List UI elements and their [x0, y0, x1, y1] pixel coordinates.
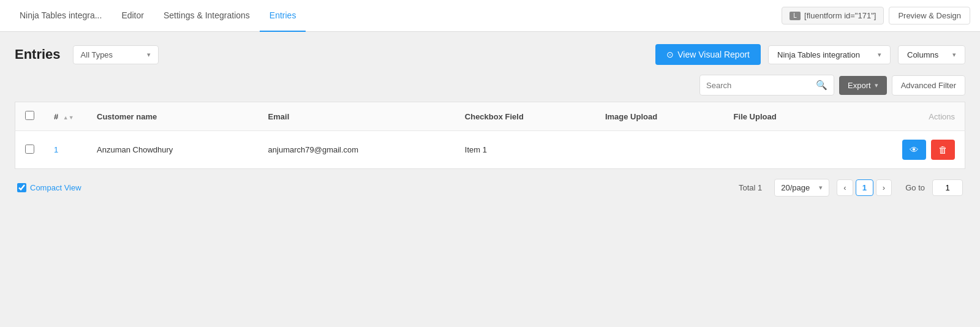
- preview-design-button[interactable]: Preview & Design: [889, 7, 970, 24]
- export-button[interactable]: Export ▾: [839, 76, 887, 95]
- col-file-upload: File Upload: [724, 102, 836, 131]
- compact-view-label[interactable]: Compact View: [17, 183, 81, 192]
- per-page-dropdown[interactable]: 20/page ▾: [774, 179, 829, 197]
- page-body: Entries All Types ▾ ⊙ View Visual Report…: [0, 32, 980, 219]
- trash-icon: 🗑: [938, 145, 948, 155]
- view-entry-button[interactable]: 👁: [902, 140, 926, 160]
- all-types-label: All Types: [81, 50, 113, 59]
- prev-page-button[interactable]: ‹: [837, 179, 853, 196]
- compact-view-text: Compact View: [30, 183, 81, 192]
- row-select-checkbox[interactable]: [25, 145, 34, 154]
- row-email: anjumarch79@gmail.com: [258, 131, 455, 169]
- entries-table: # ▲▼ Customer name Email Checkbox Field …: [15, 102, 965, 169]
- goto-input[interactable]: [932, 179, 963, 196]
- ninja-tables-label: Ninja Tables integration: [777, 50, 860, 59]
- row-actions-cell: 👁 🗑: [835, 131, 965, 169]
- chevron-down-icon: ▾: [819, 184, 823, 192]
- per-page-label: 20/page: [781, 183, 810, 192]
- table-header-row: # ▲▼ Customer name Email Checkbox Field …: [15, 102, 965, 131]
- row-file-upload: [724, 131, 836, 169]
- col-actions: Actions: [835, 102, 965, 131]
- total-count: Total 1: [739, 183, 762, 192]
- col-image-upload: Image Upload: [595, 102, 724, 131]
- table-row: 1 Anzuman Chowdhury anjumarch79@gmail.co…: [15, 131, 965, 169]
- columns-dropdown[interactable]: Columns ▾: [898, 45, 965, 64]
- col-checkbox-field: Checkbox Field: [455, 102, 595, 131]
- chevron-down-icon: ▾: [878, 51, 881, 59]
- row-checkbox-cell[interactable]: [15, 131, 45, 169]
- nav-item-entries[interactable]: Entries: [260, 0, 306, 32]
- eye-icon: 👁: [910, 145, 919, 155]
- code-snippet-button[interactable]: L [fluentform id="171"]: [782, 7, 884, 24]
- select-all-checkbox[interactable]: [25, 111, 34, 120]
- advanced-filter-button[interactable]: Advanced Filter: [892, 75, 965, 96]
- ninja-tables-dropdown[interactable]: Ninja Tables integration ▾: [768, 45, 891, 64]
- col-email: Email: [258, 102, 455, 131]
- view-visual-report-button[interactable]: ⊙ View Visual Report: [655, 44, 761, 65]
- page-title: Entries: [15, 47, 61, 62]
- row-customer-name: Anzuman Chowdhury: [87, 131, 258, 169]
- row-image-upload: [595, 131, 724, 169]
- entry-link[interactable]: 1: [54, 145, 58, 154]
- delete-entry-button[interactable]: 🗑: [931, 140, 955, 160]
- row-num: 1: [44, 131, 87, 169]
- code-snippet-label: [fluentform id="171"]: [804, 11, 876, 20]
- current-page: 1: [856, 179, 873, 196]
- chevron-down-icon: ▾: [875, 81, 878, 89]
- row-checkbox-field: Item 1: [455, 131, 595, 169]
- pagination: ‹ 1 ›: [837, 179, 892, 196]
- col-customer-name: Customer name: [87, 102, 258, 131]
- compact-view-checkbox[interactable]: [17, 183, 26, 192]
- view-visual-report-label: View Visual Report: [677, 50, 750, 59]
- col-num: # ▲▼: [44, 102, 87, 131]
- top-nav: Ninja Tables integra... Editor Settings …: [0, 0, 980, 32]
- filter-row: 🔍 Export ▾ Advanced Filter: [15, 75, 965, 96]
- nav-item-ninja-tables[interactable]: Ninja Tables integra...: [10, 0, 111, 32]
- next-page-button[interactable]: ›: [876, 179, 892, 196]
- chevron-down-icon: ▾: [952, 51, 956, 59]
- entries-header: Entries All Types ▾ ⊙ View Visual Report…: [15, 44, 965, 65]
- sort-arrows[interactable]: ▲▼: [63, 115, 74, 121]
- chevron-down-icon: ▾: [147, 51, 151, 59]
- select-all-cell[interactable]: [15, 102, 45, 131]
- search-icon: 🔍: [816, 80, 827, 91]
- nav-item-editor[interactable]: Editor: [111, 0, 154, 32]
- all-types-dropdown[interactable]: All Types ▾: [73, 45, 159, 64]
- chart-icon: ⊙: [666, 50, 674, 59]
- code-icon: L: [790, 12, 801, 20]
- export-label: Export: [848, 81, 871, 90]
- goto-label: Go to: [905, 183, 925, 192]
- nav-item-settings[interactable]: Settings & Integrations: [154, 0, 260, 32]
- search-box[interactable]: 🔍: [699, 75, 834, 96]
- columns-label: Columns: [907, 50, 938, 59]
- search-input[interactable]: [706, 81, 812, 90]
- table-footer: Compact View Total 1 20/page ▾ ‹ 1 › Go …: [15, 169, 965, 206]
